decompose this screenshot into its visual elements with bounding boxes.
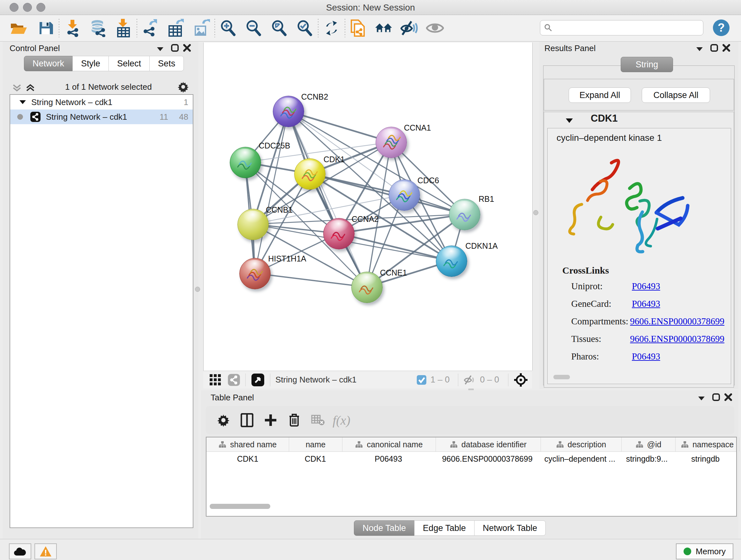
tab-sets[interactable]: Sets	[149, 56, 184, 71]
table-cell[interactable]: cyclin–dependent ...	[540, 452, 620, 466]
import-network-icon[interactable]	[63, 19, 82, 37]
column-header--id[interactable]: @id	[622, 437, 676, 451]
panel-maximize-icon[interactable]	[171, 44, 179, 52]
tab-network[interactable]: Network	[24, 56, 73, 71]
zoom-in-icon[interactable]	[219, 19, 238, 37]
expand-all-button[interactable]: Expand All	[569, 87, 631, 103]
collapse-triangle-icon[interactable]	[19, 100, 26, 105]
network-node-ccne1[interactable]	[351, 272, 383, 303]
tab-network-table[interactable]: Network Table	[474, 520, 546, 536]
left-splitter-handle[interactable]	[195, 287, 200, 292]
import-table-icon[interactable]	[114, 19, 133, 37]
open-session-icon[interactable]	[10, 19, 28, 37]
cloud-button[interactable]	[9, 543, 31, 559]
zoom-fit-icon[interactable]	[270, 19, 288, 37]
crosslink-value-link[interactable]: P06493	[632, 351, 660, 362]
crosslink-value-link[interactable]: P06493	[632, 299, 660, 309]
results-scrollbar-thumb[interactable]	[553, 375, 570, 379]
expand-all-icon[interactable]	[25, 83, 35, 92]
search-box[interactable]	[540, 20, 703, 36]
column-header-database-identifier[interactable]: database identifier	[436, 437, 541, 451]
export-table-icon[interactable]	[166, 19, 185, 37]
birdseye-view-icon[interactable]	[251, 373, 265, 387]
network-node-ccna1[interactable]	[376, 127, 407, 158]
save-session-icon[interactable]	[37, 19, 55, 37]
crosslink-value-link[interactable]: 9606.ENSP00000378699	[630, 316, 724, 327]
refresh-layout-icon[interactable]	[322, 19, 341, 37]
zoom-selected-icon[interactable]	[295, 19, 314, 37]
network-node-cdc6[interactable]	[389, 179, 420, 211]
table-cell[interactable]: stringdb:9...	[620, 452, 674, 466]
memory-button[interactable]: Memory	[676, 543, 733, 559]
network-node-cdk1[interactable]	[294, 159, 326, 190]
control-panel: Control Panel NetworkStyleSelectSets 1 o…	[3, 42, 199, 539]
gene-collapse-icon[interactable]	[565, 118, 574, 124]
help-icon[interactable]: ?	[713, 19, 730, 36]
delete-column-icon[interactable]	[282, 410, 306, 430]
copy-network-icon[interactable]	[349, 19, 367, 37]
network-node-ccnb1[interactable]	[238, 209, 269, 240]
node-label-hist1h1a: HIST1H1A	[268, 254, 306, 263]
panel-close-icon[interactable]	[183, 44, 191, 52]
collapse-all-icon[interactable]	[12, 83, 22, 92]
table-close-icon[interactable]	[724, 393, 732, 401]
warning-button[interactable]	[35, 543, 57, 559]
grid-view-icon[interactable]	[209, 374, 222, 386]
table-cell[interactable]: stringdb	[674, 452, 737, 466]
table-row[interactable]: CDK1CDK1P064939606.ENSP00000378699cyclin…	[206, 452, 736, 466]
table-maximize-icon[interactable]	[712, 393, 720, 401]
zoom-out-icon[interactable]	[245, 19, 263, 37]
table-hscrollbar-thumb[interactable]	[210, 504, 270, 509]
network-node-hist1h1a[interactable]	[239, 258, 271, 289]
tab-edge-table[interactable]: Edge Table	[414, 520, 475, 536]
collapse-all-button[interactable]: Collapse All	[642, 87, 710, 103]
crosslink-row: Tissues:9606.ENSP00000378699	[571, 334, 724, 344]
tab-string[interactable]: String	[621, 57, 673, 72]
table-cell[interactable]: CDK1	[206, 452, 289, 466]
export-image-icon[interactable]	[192, 19, 211, 37]
network-row[interactable]: String Network – cdk1 11 48	[10, 110, 193, 124]
node-structure-icon	[357, 279, 377, 298]
table-cell[interactable]: 9606.ENSP00000378699	[435, 452, 540, 466]
home-network-icon[interactable]	[375, 19, 393, 37]
column-header-canonical-name[interactable]: canonical name	[342, 437, 436, 451]
column-header-namespace[interactable]: namespace	[676, 437, 739, 451]
tab-node-table[interactable]: Node Table	[354, 520, 414, 536]
results-float-icon[interactable]	[696, 47, 703, 52]
crosslink-value-link[interactable]: P06493	[632, 281, 660, 292]
selected-checkbox-icon[interactable]	[416, 375, 427, 385]
results-close-icon[interactable]	[723, 44, 730, 52]
column-header-name[interactable]: name	[289, 437, 342, 451]
import-database-icon[interactable]	[89, 19, 107, 37]
results-maximize-icon[interactable]	[711, 44, 718, 52]
results-panel: Results Panel String Expand All Collapse…	[539, 42, 738, 389]
network-view-icon[interactable]	[227, 374, 240, 386]
hide-selected-icon[interactable]	[400, 19, 419, 37]
network-canvas[interactable]: CCNB2CCNA1CDC25BCDK1CDC6RB1CCNB1CCNA2CDK…	[203, 43, 533, 371]
network-collection-row[interactable]: String Network – cdk1 1	[10, 95, 193, 110]
table-cell[interactable]: P06493	[342, 452, 435, 466]
tab-select[interactable]: Select	[109, 56, 150, 71]
export-network-icon[interactable]	[141, 19, 159, 37]
right-splitter-handle[interactable]	[533, 210, 538, 215]
table-settings-gear-icon[interactable]	[212, 410, 235, 430]
table-cell[interactable]: CDK1	[289, 452, 342, 466]
table-float-icon[interactable]	[697, 396, 705, 401]
center-view-icon[interactable]	[514, 373, 528, 387]
column-header-description[interactable]: description	[541, 437, 622, 451]
tab-style[interactable]: Style	[72, 56, 109, 71]
crosslink-value-link[interactable]: 9606.ENSP00000378699	[630, 334, 724, 344]
show-columns-icon[interactable]	[235, 410, 259, 430]
network-node-ccna2[interactable]	[323, 218, 354, 249]
network-node-ccnb2[interactable]	[273, 96, 304, 127]
add-column-icon[interactable]	[259, 410, 282, 430]
network-options-gear-icon[interactable]	[178, 81, 189, 92]
search-input[interactable]	[552, 23, 703, 33]
network-node-cdc25b[interactable]	[230, 147, 261, 178]
panel-float-icon[interactable]	[156, 47, 164, 52]
show-all-icon[interactable]	[426, 19, 444, 37]
column-header-shared-name[interactable]: shared name	[206, 437, 289, 451]
column-header-label: shared name	[230, 440, 277, 449]
network-node-cdkn1a[interactable]	[436, 246, 467, 277]
network-node-rb1[interactable]	[449, 199, 480, 230]
